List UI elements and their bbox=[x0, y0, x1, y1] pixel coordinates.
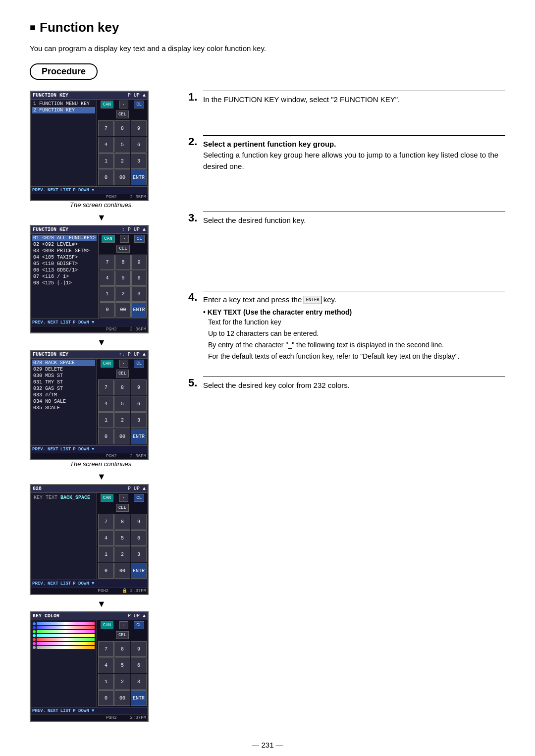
dot-button[interactable]: · bbox=[119, 360, 128, 368]
key-4[interactable]: 4 bbox=[98, 137, 114, 153]
prev-btn[interactable]: PREV. bbox=[32, 320, 46, 325]
can-button[interactable]: CAN bbox=[101, 360, 113, 368]
key-1[interactable]: 1 bbox=[98, 412, 114, 428]
cl-button[interactable]: CL bbox=[134, 101, 144, 108]
color-row[interactable] bbox=[32, 626, 96, 630]
key-5[interactable]: 5 bbox=[114, 396, 130, 412]
key-0[interactable]: 0 bbox=[100, 302, 115, 318]
list-item[interactable]: 01 <028 ALL FUNC.KEY> bbox=[32, 235, 97, 241]
key-1[interactable]: 1 bbox=[98, 153, 114, 169]
list-item[interactable]: 033 #/TM bbox=[32, 392, 95, 398]
key-1[interactable]: 1 bbox=[98, 546, 114, 562]
next-btn[interactable]: NEXT bbox=[48, 188, 58, 193]
key-4[interactable]: 4 bbox=[100, 270, 115, 286]
key-8[interactable]: 8 bbox=[114, 120, 130, 136]
key-00[interactable]: 00 bbox=[115, 302, 131, 318]
color-row[interactable] bbox=[32, 622, 96, 626]
list-item[interactable]: 1 FUNCTION MENU KEY bbox=[32, 101, 95, 107]
key-1[interactable]: 1 bbox=[100, 286, 115, 302]
color-row[interactable] bbox=[32, 630, 96, 634]
key-0[interactable]: 0 bbox=[98, 690, 114, 706]
key-enter[interactable]: ENTR bbox=[131, 169, 147, 185]
key-7[interactable]: 7 bbox=[98, 641, 114, 657]
key-5[interactable]: 5 bbox=[114, 530, 130, 546]
key-5[interactable]: 5 bbox=[114, 657, 130, 673]
key-enter[interactable]: ENTR bbox=[131, 302, 147, 318]
key-3[interactable]: 3 bbox=[131, 153, 147, 169]
can-button[interactable]: CAN bbox=[101, 621, 113, 629]
enter-key[interactable]: ENTER bbox=[304, 296, 321, 305]
key-7[interactable]: 7 bbox=[100, 255, 115, 270]
key-6[interactable]: 6 bbox=[131, 137, 147, 153]
dot-button[interactable]: · bbox=[119, 101, 128, 108]
key-5[interactable]: 5 bbox=[114, 137, 130, 153]
cl-button[interactable]: CL bbox=[134, 360, 144, 368]
cel-button[interactable]: CEL bbox=[116, 504, 129, 512]
key-7[interactable]: 7 bbox=[98, 514, 114, 530]
key-9[interactable]: 9 bbox=[131, 120, 147, 136]
list-item[interactable]: 035 SCALE bbox=[32, 405, 95, 411]
color-row[interactable] bbox=[32, 634, 96, 638]
key-6[interactable]: 6 bbox=[131, 530, 147, 546]
pdown-btn[interactable]: P DOWN ▼ bbox=[73, 581, 94, 586]
list-item[interactable]: 032 GAS ST bbox=[32, 385, 95, 392]
key-4[interactable]: 4 bbox=[98, 657, 114, 673]
key-3[interactable]: 3 bbox=[131, 286, 147, 302]
key-9[interactable]: 9 bbox=[131, 255, 147, 270]
list-item[interactable]: 04 <105 TAXISF> bbox=[32, 254, 97, 261]
color-row[interactable] bbox=[32, 642, 96, 646]
can-button[interactable]: CAN bbox=[102, 235, 114, 243]
list-item[interactable]: 028 BACK SPACE bbox=[32, 360, 95, 366]
key-2[interactable]: 2 bbox=[114, 674, 130, 690]
cel-button[interactable]: CEL bbox=[116, 631, 129, 639]
pdown-btn[interactable]: P DOWN ▼ bbox=[73, 320, 94, 325]
prev-btn[interactable]: PREV. bbox=[32, 447, 46, 452]
key-0[interactable]: 0 bbox=[98, 429, 114, 444]
cl-button[interactable]: CL bbox=[134, 494, 144, 502]
list-item[interactable]: 08 <125 (-)1> bbox=[32, 280, 97, 286]
keytext-value[interactable]: BACK_SPACE bbox=[60, 495, 90, 500]
key-3[interactable]: 3 bbox=[131, 546, 147, 562]
list-item[interactable]: 034 NO SALE bbox=[32, 398, 95, 405]
next-btn[interactable]: NEXT bbox=[48, 708, 58, 713]
dot-button[interactable]: · bbox=[120, 235, 129, 243]
pdown-btn[interactable]: P DOWN ▼ bbox=[73, 708, 94, 713]
key-enter[interactable]: ENTR bbox=[131, 563, 147, 579]
list-item[interactable]: 029 DELETE bbox=[32, 366, 95, 373]
list-item[interactable]: 05 <110 GDISFT> bbox=[32, 261, 97, 267]
color-row[interactable] bbox=[32, 638, 96, 642]
list-item[interactable]: 031 TRY ST bbox=[32, 379, 95, 385]
key-9[interactable]: 9 bbox=[131, 641, 147, 657]
can-button[interactable]: CAN bbox=[101, 101, 113, 108]
list-btn[interactable]: LIST bbox=[60, 320, 71, 325]
next-btn[interactable]: NEXT bbox=[48, 320, 58, 325]
list-item[interactable]: 02 <092 LEVEL#> bbox=[32, 241, 97, 248]
dot-button[interactable]: · bbox=[119, 621, 128, 629]
list-item[interactable]: 030 MDS ST bbox=[32, 373, 95, 379]
pdown-btn[interactable]: P DOWN ▼ bbox=[73, 188, 94, 193]
dot-button[interactable]: · bbox=[119, 494, 128, 502]
list-item[interactable]: 07 <116 / 1> bbox=[32, 273, 97, 280]
key-enter[interactable]: ENTR bbox=[131, 429, 147, 444]
key-5[interactable]: 5 bbox=[115, 270, 131, 286]
list-item[interactable]: 2 FUNCTION KEY bbox=[32, 107, 95, 113]
list-btn[interactable]: LIST bbox=[60, 188, 71, 193]
list-item[interactable]: 06 <113 GDSC/1> bbox=[32, 267, 97, 273]
key-2[interactable]: 2 bbox=[114, 546, 130, 562]
key-7[interactable]: 7 bbox=[98, 379, 114, 395]
cl-button[interactable]: CL bbox=[134, 235, 145, 243]
list-btn[interactable]: LIST bbox=[60, 581, 71, 586]
can-button[interactable]: CAN bbox=[101, 494, 113, 502]
key-enter[interactable]: ENTR bbox=[131, 690, 147, 706]
prev-btn[interactable]: PREV. bbox=[32, 708, 46, 713]
key-00[interactable]: 00 bbox=[114, 429, 130, 444]
key-2[interactable]: 2 bbox=[114, 412, 130, 428]
prev-btn[interactable]: PREV. bbox=[32, 188, 46, 193]
key-00[interactable]: 00 bbox=[114, 690, 130, 706]
key-4[interactable]: 4 bbox=[98, 396, 114, 412]
key-6[interactable]: 6 bbox=[131, 657, 147, 673]
pdown-btn[interactable]: P DOWN ▼ bbox=[73, 447, 94, 452]
key-2[interactable]: 2 bbox=[114, 153, 130, 169]
key-6[interactable]: 6 bbox=[131, 396, 147, 412]
key-00[interactable]: 00 bbox=[114, 563, 130, 579]
